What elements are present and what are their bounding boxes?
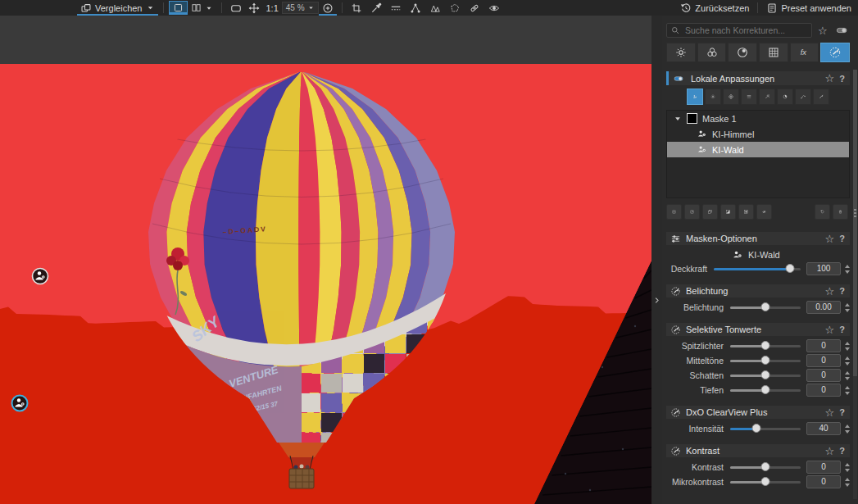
tab-detail[interactable] (728, 43, 757, 62)
panel-scrollbar[interactable] (853, 70, 857, 499)
red-eye-tool[interactable] (485, 0, 503, 16)
graduated-filter-tool[interactable] (741, 89, 757, 105)
slider-spinner[interactable] (845, 356, 850, 366)
radial-mask-tool[interactable] (777, 89, 793, 105)
favorite-icon[interactable] (825, 406, 835, 419)
help-icon[interactable] (839, 325, 845, 334)
new-sub-mask-button[interactable] (684, 204, 700, 220)
slider-thumb[interactable] (786, 264, 795, 273)
reset-button[interactable]: Zurücksetzen (677, 0, 752, 16)
slider-spinner[interactable] (845, 371, 850, 380)
add-mask-button[interactable] (666, 204, 682, 220)
control-point-marker-forest-selected[interactable] (12, 396, 28, 411)
slider-spinner[interactable] (845, 303, 850, 312)
slider-thumb[interactable] (761, 477, 770, 486)
ai-mask-tool[interactable] (687, 89, 703, 105)
slider-spinner[interactable] (845, 386, 850, 395)
reset-mask-button[interactable] (815, 204, 830, 220)
duplicate-mask-button[interactable] (702, 204, 718, 220)
help-icon[interactable] (839, 446, 845, 456)
apply-preset-button[interactable]: Preset anwenden (763, 0, 855, 16)
zoom-level-select[interactable]: 45 % (282, 2, 319, 14)
compare-button[interactable]: Vergleichen (77, 0, 158, 16)
help-icon[interactable] (839, 234, 845, 243)
slider-thumb[interactable] (761, 370, 770, 379)
slider-spinner[interactable] (845, 478, 850, 487)
control-line-mask-tool[interactable] (723, 89, 739, 105)
Spitzlichter-slider[interactable] (730, 345, 801, 347)
tab-light[interactable] (666, 43, 696, 62)
image-canvas[interactable]: –D–OADV SKY (0, 16, 651, 504)
split-view-button[interactable] (188, 0, 216, 16)
favorite-icon[interactable] (825, 285, 835, 297)
brush-mask-tool[interactable] (813, 89, 829, 105)
Kontrast-slider[interactable] (730, 466, 801, 469)
fit-screen-button[interactable] (227, 0, 245, 16)
tab-color[interactable] (697, 43, 727, 62)
slider-value[interactable]: 100 (806, 262, 841, 275)
tab-local-adjustments[interactable] (820, 43, 850, 62)
search-input[interactable] (683, 25, 808, 36)
panel-layout-toggle[interactable] (833, 25, 850, 36)
tab-effects[interactable] (790, 43, 819, 62)
slider-value[interactable]: 0 (806, 369, 841, 382)
zoom-in-button[interactable] (319, 0, 337, 16)
slider-value[interactable]: 0.00 (806, 301, 841, 314)
favorite-icon[interactable] (825, 324, 835, 336)
help-icon[interactable] (839, 407, 845, 417)
slider-value[interactable]: 0 (806, 461, 841, 474)
pen-mask-tool[interactable] (795, 89, 811, 105)
search-box[interactable] (666, 23, 812, 38)
slider-thumb[interactable] (761, 356, 770, 365)
crop-tool[interactable] (347, 0, 365, 16)
panel-collapse-strip[interactable] (651, 16, 662, 504)
slider-thumb[interactable] (761, 462, 770, 471)
slider-value[interactable]: 40 (806, 422, 841, 435)
scrollbar-thumb[interactable] (853, 70, 857, 376)
help-icon[interactable] (839, 286, 845, 296)
Deckkraft-slider[interactable] (714, 268, 801, 270)
toggle-mask-visibility-button[interactable] (756, 204, 772, 220)
zoom-1to1-button[interactable]: 1:1 (263, 0, 282, 16)
slider-thumb[interactable] (761, 302, 770, 311)
slider-value[interactable]: 0 (806, 475, 841, 488)
slider-value[interactable]: 0 (806, 384, 841, 397)
control-line-tool[interactable] (426, 0, 444, 16)
slider-value[interactable]: 0 (806, 354, 841, 367)
Mitteltöne-slider[interactable] (730, 360, 801, 362)
horizon-tool[interactable] (387, 0, 405, 16)
help-icon[interactable] (839, 74, 845, 84)
mask-row-KI-Wald[interactable]: KI-Wald (667, 142, 849, 157)
slider-spinner[interactable] (845, 463, 850, 472)
Belichtung-slider[interactable] (730, 306, 801, 309)
control-point-mask-tool[interactable] (705, 89, 721, 105)
Tiefen-slider[interactable] (730, 389, 801, 392)
favorite-icon[interactable] (825, 445, 835, 457)
mask-row-KI-Himmel[interactable]: KI-Himmel (667, 126, 849, 142)
slider-spinner[interactable] (845, 425, 850, 434)
slider-spinner[interactable] (845, 265, 850, 274)
Mikrokontrast-slider[interactable] (730, 481, 801, 484)
slider-thumb[interactable] (761, 385, 770, 394)
white-balance-picker-tool[interactable] (367, 0, 385, 16)
control-point-marker-sky[interactable] (33, 269, 48, 284)
mask-group-row[interactable]: Maske 1 (667, 111, 849, 126)
slider-thumb[interactable] (761, 341, 770, 350)
invert-mask-button[interactable] (720, 204, 736, 220)
single-view-button[interactable] (169, 1, 188, 15)
slider-thumb[interactable] (751, 424, 760, 433)
delete-mask-button[interactable] (833, 204, 848, 220)
favorite-icon[interactable] (825, 233, 835, 245)
favorite-icon[interactable] (825, 72, 835, 84)
photo-with-mask-overlay[interactable]: –D–OADV SKY (0, 64, 651, 504)
pan-tool-button[interactable] (245, 0, 263, 16)
control-point-tool[interactable] (406, 0, 424, 16)
luminosity-mask-tool[interactable] (759, 89, 775, 105)
polygon-selection-tool[interactable] (446, 0, 464, 16)
slider-spinner[interactable] (845, 342, 850, 351)
favorites-filter-icon[interactable] (818, 25, 828, 37)
Intensität-slider[interactable] (730, 428, 801, 430)
slider-value[interactable]: 0 (806, 339, 841, 352)
retouch-tool[interactable] (465, 0, 483, 16)
tab-geometry[interactable] (759, 43, 788, 62)
